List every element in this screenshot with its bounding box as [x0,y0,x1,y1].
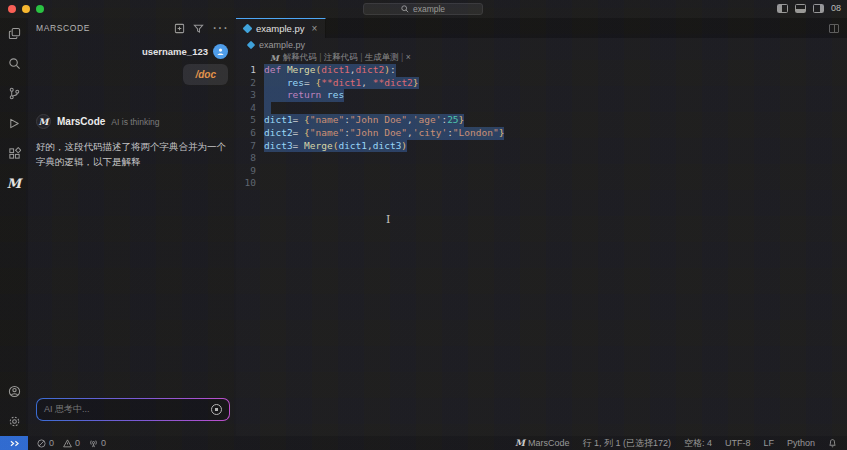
split-editor-icon[interactable] [829,24,839,33]
sidebar-header: MARSCODE ··· [28,18,236,38]
tab-close-icon[interactable]: × [312,23,318,34]
codelens-action[interactable]: 生成单测 [365,52,399,62]
codelens-items: 解释代码 | 注释代码 | 生成单测 | × [283,52,411,64]
source-control-icon[interactable] [0,78,28,108]
activity-bar: M [0,18,28,436]
user-avatar [213,44,228,59]
zoom-window-button[interactable] [36,5,44,13]
code-text: return res [264,89,344,102]
titlebar: example 08 [0,0,847,18]
chat-input[interactable]: AI 思考中... [37,399,229,420]
python-file-icon [247,40,255,48]
code-line: 5dict1= {"name":"John Doe",'age':25} [236,114,847,127]
tab-label: example.py [256,23,305,34]
extensions-icon[interactable] [0,138,28,168]
python-file-icon [243,24,253,34]
code-text: dict1= {"name":"John Doe",'age':25} [264,114,464,127]
assistant-reply-text: 好的，这段代码描述了将两个字典合并为一个字典的逻辑，以下是解释 [36,140,232,169]
code-line: 7dict3= Merge(dict1,dict3) [236,140,847,153]
toggle-primary-sidebar-icon[interactable] [777,4,788,13]
command-center-search[interactable]: example [363,3,483,15]
eol-item[interactable]: LF [763,438,774,448]
errors-item[interactable]: 0 [37,438,54,448]
more-actions-icon[interactable]: ··· [212,19,228,37]
marscode-status-item[interactable]: M MarsCode [515,438,569,448]
breadcrumb[interactable]: example.py [236,38,847,51]
sidebar-title: MARSCODE [36,23,90,33]
line-number: 10 [236,177,264,190]
warning-icon [63,439,72,448]
status-bar: 0 0 0 M MarsCode 行 1, 列 1 (已选择172) 空格: 4… [0,436,847,450]
code-text: def Merge(dict1,dict2): [264,64,396,77]
toggle-panel-icon[interactable] [795,4,806,13]
slash-command-text: /doc [195,69,216,80]
notifications-item[interactable] [828,438,837,448]
status-bar-right: M MarsCode 行 1, 列 1 (已选择172) 空格: 4 UTF-8… [515,437,847,450]
code-line: 1def Merge(dict1,dict2): [236,64,847,77]
app-window: example 08 M [0,0,847,450]
user-message-header: username_123 [142,44,228,59]
close-window-button[interactable] [8,5,16,13]
ports-item[interactable]: 0 [89,438,106,448]
line-number: 1 [236,64,264,77]
toggle-secondary-sidebar-icon[interactable] [813,4,824,13]
run-debug-icon[interactable] [0,108,28,138]
warnings-item[interactable]: 0 [63,438,80,448]
editor-group: example.py × example.py M 解释代码 | 注释代码 | … [236,18,847,436]
text-cursor-pointer: I [386,214,390,227]
new-chat-icon[interactable] [174,23,185,34]
code-line: 10 [236,177,847,190]
cursor-position-item[interactable]: 行 1, 列 1 (已选择172) [582,437,671,450]
code-line: 8 [236,152,847,165]
editor-actions [829,18,847,38]
assistant-status: AI is thinking [111,117,159,127]
line-number: 7 [236,140,264,153]
breadcrumb-file: example.py [259,40,305,50]
search-icon [401,5,409,13]
line-number: 2 [236,77,264,90]
codelens-action[interactable]: 解释代码 [283,52,317,62]
code-line: 6dict2= {"name":"John Doe",'city':"Londo… [236,127,847,140]
marscode-chat-icon[interactable]: M [0,168,28,198]
explorer-icon[interactable] [0,18,28,48]
marscode-logo: M [36,114,51,129]
marscode-mini-logo: M [515,438,525,448]
minimize-window-button[interactable] [22,5,30,13]
account-icon[interactable] [0,376,28,406]
line-number: 8 [236,152,264,165]
bell-icon [828,438,837,448]
tab-example-py[interactable]: example.py × [236,18,326,38]
person-icon [216,47,225,56]
chat-input-placeholder: AI 思考中... [44,403,211,416]
codelens-action[interactable]: 注释代码 [324,52,358,62]
layout-controls: 08 [777,3,841,13]
stop-generating-button[interactable] [211,404,222,415]
encoding-item[interactable]: UTF-8 [725,438,751,448]
error-icon [37,439,46,448]
code-editor[interactable]: 1def Merge(dict1,dict2):2 res= {**dict1,… [236,64,847,436]
marscode-chat-panel: MARSCODE ··· username_123 /doc M MarsCod… [28,18,236,436]
marscode-codelens-logo: M [270,53,279,63]
codelens-bar: M 解释代码 | 注释代码 | 生成单测 | × [270,52,411,64]
user-message-bubble: /doc [183,64,228,85]
line-number: 9 [236,165,264,178]
username: username_123 [142,46,208,57]
remote-indicator[interactable] [0,436,28,450]
history-filter-icon[interactable] [193,23,204,34]
line-number: 3 [236,89,264,102]
code-text: res= {**dict1, **dict2} [264,77,419,90]
search-icon[interactable] [0,48,28,78]
code-text: dict2= {"name":"John Doe",'city':"London… [264,127,504,140]
code-line: 9 [236,165,847,178]
settings-icon[interactable] [0,406,28,436]
language-mode-item[interactable]: Python [787,438,815,448]
code-text [264,102,271,115]
line-number: 4 [236,102,264,115]
indentation-item[interactable]: 空格: 4 [684,437,712,450]
codelens-close-icon[interactable]: × [406,52,411,62]
code-line: 3 return res [236,89,847,102]
code-lines: 1def Merge(dict1,dict2):2 res= {**dict1,… [236,64,847,190]
line-number: 6 [236,127,264,140]
code-line: 2 res= {**dict1, **dict2} [236,77,847,90]
code-text: dict3= Merge(dict1,dict3) [264,140,407,153]
